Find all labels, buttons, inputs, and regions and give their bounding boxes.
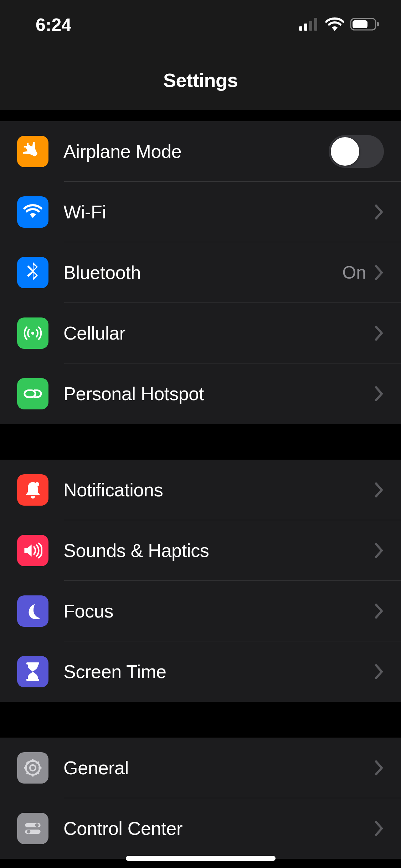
svg-rect-6 <box>377 22 379 26</box>
section-gap <box>0 702 401 738</box>
bluetooth-icon <box>17 257 48 288</box>
chevron-right-icon <box>375 603 384 619</box>
chevron-right-icon <box>375 664 384 680</box>
gear-icon <box>17 752 48 784</box>
row-wifi[interactable]: Wi-Fi <box>0 182 401 242</box>
moon-icon <box>17 595 48 627</box>
row-personal-hotspot[interactable]: Personal Hotspot <box>0 363 401 424</box>
toggle-knob <box>331 137 359 166</box>
chevron-right-icon <box>375 204 384 220</box>
airplane-toggle[interactable] <box>329 135 384 168</box>
chevron-right-icon <box>375 386 384 402</box>
row-cellular[interactable]: Cellular <box>0 303 401 363</box>
row-label: Wi-Fi <box>63 201 375 223</box>
settings-group-connectivity: Airplane Mode Wi-Fi Bluetooth On <box>0 121 401 424</box>
svg-rect-0 <box>299 26 302 31</box>
cellular-signal-icon <box>299 18 319 32</box>
svg-rect-2 <box>309 21 312 31</box>
home-indicator[interactable] <box>126 856 276 861</box>
wifi-status-icon <box>325 17 344 32</box>
spacer <box>0 110 401 121</box>
row-label: Cellular <box>63 322 375 344</box>
row-focus[interactable]: Focus <box>0 581 401 641</box>
svg-point-12 <box>30 765 36 771</box>
speaker-icon <box>17 535 48 566</box>
row-notifications[interactable]: Notifications <box>0 460 401 520</box>
row-airplane-mode[interactable]: Airplane Mode <box>0 121 401 182</box>
row-label: Personal Hotspot <box>63 383 375 404</box>
page-title: Settings <box>163 69 238 91</box>
chevron-right-icon <box>375 821 384 836</box>
chevron-right-icon <box>375 482 384 498</box>
status-icons <box>299 17 380 32</box>
section-gap <box>0 424 401 460</box>
row-sounds-haptics[interactable]: Sounds & Haptics <box>0 520 401 581</box>
chevron-right-icon <box>375 265 384 280</box>
svg-point-7 <box>31 332 34 335</box>
battery-icon <box>350 17 380 32</box>
row-bluetooth[interactable]: Bluetooth On <box>0 242 401 303</box>
row-label: General <box>63 757 375 779</box>
svg-point-22 <box>35 823 39 827</box>
chevron-right-icon <box>375 760 384 776</box>
hourglass-icon <box>17 656 48 687</box>
row-value: On <box>342 262 366 283</box>
row-screen-time[interactable]: Screen Time <box>0 641 401 702</box>
chevron-right-icon <box>375 543 384 558</box>
svg-point-8 <box>35 482 39 486</box>
svg-rect-5 <box>353 20 367 28</box>
sliders-icon <box>17 813 48 844</box>
svg-rect-9 <box>26 662 39 665</box>
row-label: Bluetooth <box>63 262 342 283</box>
wifi-icon <box>17 196 48 228</box>
row-label: Notifications <box>63 479 375 501</box>
status-time: 6:24 <box>36 15 71 35</box>
bell-icon <box>17 474 48 506</box>
chevron-right-icon <box>375 325 384 341</box>
settings-group-system: General Control Center <box>0 738 401 859</box>
row-label: Control Center <box>63 818 375 839</box>
svg-point-24 <box>27 830 30 833</box>
row-label: Focus <box>63 600 375 622</box>
row-label: Screen Time <box>63 661 375 682</box>
airplane-icon <box>17 136 48 167</box>
svg-rect-10 <box>26 679 39 681</box>
settings-group-alerts: Notifications Sounds & Haptics Focus <box>0 460 401 702</box>
svg-rect-1 <box>304 24 307 31</box>
row-label: Airplane Mode <box>63 141 329 162</box>
row-control-center[interactable]: Control Center <box>0 798 401 859</box>
svg-rect-3 <box>314 18 317 31</box>
antenna-icon <box>17 317 48 349</box>
link-icon <box>17 378 48 409</box>
row-general[interactable]: General <box>0 738 401 798</box>
status-bar: 6:24 <box>0 0 401 50</box>
page-header: Settings <box>0 50 401 110</box>
row-label: Sounds & Haptics <box>63 540 375 561</box>
